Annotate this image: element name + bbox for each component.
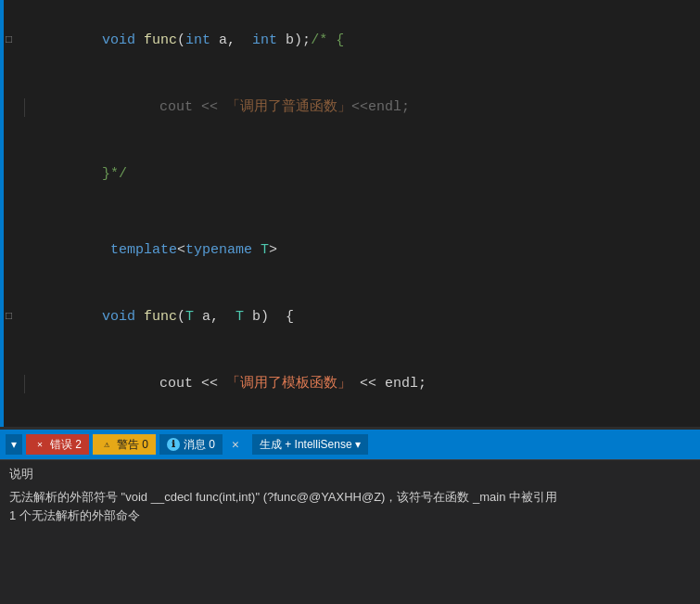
code-line-5: template<typename T> bbox=[0, 217, 700, 284]
code-line-3: }*/ bbox=[0, 141, 700, 208]
code-line-1: □ void func(int a, int b);/* { bbox=[0, 7, 700, 74]
error-panel-message: 无法解析的外部符号 "void __cdecl func(int,int)" (… bbox=[9, 488, 691, 524]
line-content-6: void func(T a, T b) { bbox=[19, 284, 700, 351]
code-line-2: cout << 「调用了普通函数」<<endl; bbox=[0, 74, 700, 141]
code-line-8: } bbox=[0, 418, 700, 427]
error-button[interactable]: ✕ 错误 2 bbox=[26, 434, 89, 455]
build-label: 生成 + IntelliSense bbox=[260, 437, 352, 453]
info-button[interactable]: ℹ 消息 0 bbox=[159, 434, 223, 455]
editor-container: □ void func(int a, int b);/* { cout << 「… bbox=[0, 0, 700, 604]
dropdown-arrow: ▾ bbox=[11, 438, 17, 451]
error-message-line2: 1 个无法解析的外部命令 bbox=[9, 508, 140, 522]
warning-label: 警告 0 bbox=[117, 437, 148, 453]
editor-area[interactable]: □ void func(int a, int b);/* { cout << 「… bbox=[0, 0, 700, 427]
fold-icon-1[interactable]: □ bbox=[6, 32, 19, 49]
code-line-7: cout << 「调用了模板函数」 << endl; bbox=[0, 351, 700, 418]
build-button[interactable]: 生成 + IntelliSense ▾ bbox=[252, 434, 368, 455]
warning-icon: ⚠ bbox=[100, 438, 113, 451]
error-label: 错误 2 bbox=[50, 437, 82, 453]
info-icon: ℹ bbox=[167, 438, 180, 451]
filter-icon: ✕ bbox=[232, 437, 239, 452]
code-line-4 bbox=[0, 208, 700, 217]
error-icon: ✕ bbox=[33, 438, 46, 451]
error-panel: 说明 无法解析的外部符号 "void __cdecl func(int,int)… bbox=[0, 459, 700, 604]
code-block: □ void func(int a, int b);/* { cout << 「… bbox=[0, 0, 700, 427]
line-content-5: template<typename T> bbox=[19, 217, 700, 284]
line-content-7: cout << 「调用了模板函数」 << endl; bbox=[43, 351, 700, 418]
build-dropdown-icon: ▾ bbox=[355, 438, 361, 451]
status-dropdown-button[interactable]: ▾ bbox=[6, 434, 22, 455]
warning-button[interactable]: ⚠ 警告 0 bbox=[93, 434, 156, 455]
code-line-6: □ void func(T a, T b) { bbox=[0, 284, 700, 351]
line-content-8: } bbox=[19, 418, 700, 427]
status-bar: ▾ ✕ 错误 2 ⚠ 警告 0 ℹ 消息 0 ✕ 生成 + IntelliSen… bbox=[0, 430, 700, 459]
error-message-line1: 无法解析的外部符号 "void __cdecl func(int,int)" (… bbox=[9, 490, 557, 504]
filter-button[interactable]: ✕ bbox=[226, 434, 245, 455]
info-label: 消息 0 bbox=[184, 437, 215, 453]
line-content-3: }*/ bbox=[19, 141, 700, 208]
fold-icon-6[interactable]: □ bbox=[6, 308, 19, 326]
error-panel-title: 说明 bbox=[9, 466, 691, 482]
line-content-1: void func(int a, int b);/* { bbox=[19, 7, 700, 74]
line-content-2: cout << 「调用了普通函数」<<endl; bbox=[43, 74, 700, 141]
left-accent-border bbox=[0, 0, 4, 427]
